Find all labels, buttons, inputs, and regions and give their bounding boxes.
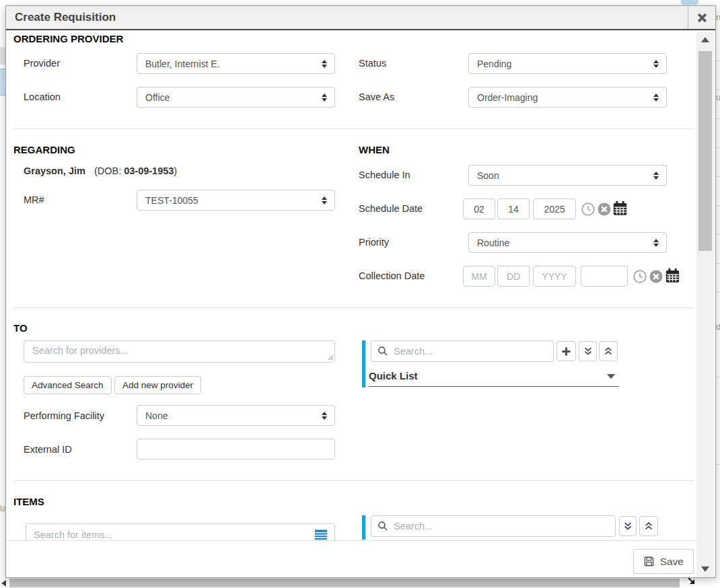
items-quicklist-search[interactable] <box>371 515 616 537</box>
items-collapse-all-button[interactable] <box>639 516 658 536</box>
background-text-fragment: la <box>0 503 5 513</box>
schedule-date-year-input[interactable] <box>533 198 576 219</box>
section-title-items: ITEMS <box>13 496 44 507</box>
performing-facility-select-value: None <box>145 410 168 421</box>
dialog-footer: Save <box>6 540 696 577</box>
select-updown-icon <box>653 172 659 180</box>
quick-list-underline <box>369 386 619 387</box>
performing-facility-select[interactable]: None <box>137 405 335 426</box>
resize-grip-icon[interactable] <box>327 354 334 361</box>
items-expand-all-button[interactable] <box>619 516 637 536</box>
select-updown-icon <box>653 60 659 68</box>
schedule-in-select-value: Soon <box>477 170 499 181</box>
schedule-date-day-input[interactable] <box>497 198 530 219</box>
provider-select[interactable]: Butler, Internist E. <box>137 53 335 74</box>
location-select-value: Office <box>145 92 170 103</box>
item-list-icon[interactable] <box>314 529 328 541</box>
scroll-up-arrow-icon[interactable] <box>701 37 709 42</box>
background-text-fragment: n <box>716 12 720 22</box>
advanced-search-button[interactable]: Advanced Search <box>24 376 112 394</box>
screen: la n ur d Create Requisition ORDERING <box>0 0 720 588</box>
external-id-label: External ID <box>24 444 72 455</box>
background-artifact <box>0 69 5 96</box>
provider-label: Provider <box>24 58 60 69</box>
provider-quicklist-search[interactable] <box>371 340 554 362</box>
search-icon <box>377 346 388 357</box>
schedule-date-calendar-icon[interactable] <box>612 200 628 217</box>
hscroll-thumb[interactable] <box>9 579 680 587</box>
provider-search-box <box>24 340 335 363</box>
dialog-body: ORDERING PROVIDER Provider Butler, Inter… <box>6 32 714 577</box>
dob-suffix: ) <box>174 166 177 176</box>
background-artifact <box>0 47 5 65</box>
background-row-line <box>716 292 720 293</box>
provider-select-value: Butler, Internist E. <box>145 59 220 69</box>
add-new-provider-button[interactable]: Add new provider <box>114 376 201 394</box>
collection-date-month-input[interactable] <box>463 266 495 287</box>
schedule-date-clear-icon[interactable] <box>597 202 612 217</box>
quick-list-header[interactable]: Quick List <box>369 370 619 382</box>
items-search-input[interactable] <box>32 529 310 541</box>
background-artifact <box>681 0 698 5</box>
select-updown-icon <box>653 94 659 102</box>
collection-date-calendar-icon[interactable] <box>664 267 681 284</box>
dialog-header: Create Requisition <box>6 6 715 30</box>
items-quicklist-search-input[interactable] <box>392 520 609 532</box>
background-row-line <box>716 176 720 177</box>
section-title-when: WHEN <box>359 144 390 155</box>
save-button[interactable]: Save <box>633 549 694 574</box>
add-quicklist-entry-button[interactable] <box>556 341 576 361</box>
create-requisition-dialog: Create Requisition ORDERING PROVIDER Pro… <box>5 5 716 578</box>
double-chevron-up-icon <box>644 521 653 531</box>
dob-value: 03-09-1953 <box>124 166 174 176</box>
provider-quicklist-search-input[interactable] <box>392 345 547 357</box>
vscroll-thumb[interactable] <box>698 51 712 251</box>
collection-date-year-input[interactable] <box>533 266 576 287</box>
status-label: Status <box>359 58 386 69</box>
background-text-fragment: d <box>716 322 720 332</box>
external-id-input[interactable] <box>137 439 335 460</box>
collection-time-input[interactable] <box>581 266 628 287</box>
plus-icon <box>561 346 571 357</box>
section-title-ordering-provider: ORDERING PROVIDER <box>13 33 123 44</box>
dialog-title: Create Requisition <box>15 6 116 29</box>
priority-select[interactable]: Routine <box>468 232 667 253</box>
section-divider <box>13 307 694 308</box>
collection-time-clock-icon[interactable] <box>633 269 647 284</box>
background-text-fragment: ur <box>716 92 720 102</box>
patient-line: Grayson, Jim (DOB: 03-09-1953) <box>24 166 177 176</box>
location-select[interactable]: Office <box>137 87 335 108</box>
schedule-in-select[interactable]: Soon <box>468 165 667 186</box>
background-row-line <box>716 377 720 377</box>
quick-list-label: Quick List <box>369 370 418 381</box>
close-icon <box>697 13 707 23</box>
collection-date-label: Collection Date <box>359 270 425 281</box>
schedule-date-month-input[interactable] <box>463 198 495 219</box>
mr-select[interactable]: TEST-10055 <box>137 190 335 211</box>
double-chevron-down-icon <box>623 521 633 531</box>
items-search-box[interactable] <box>26 523 335 540</box>
save-floppy-icon <box>643 556 655 567</box>
hscroll-left-arrow-icon[interactable] <box>1 580 6 587</box>
schedule-time-clock-icon[interactable] <box>581 202 596 217</box>
provider-search-input[interactable] <box>24 340 335 363</box>
double-chevron-down-icon <box>583 346 593 356</box>
search-icon <box>377 521 388 531</box>
background-row-line <box>716 234 720 235</box>
schedule-date-label: Schedule Date <box>359 203 423 214</box>
status-select[interactable]: Pending <box>468 53 667 74</box>
collapse-all-button[interactable] <box>599 341 618 361</box>
caret-down-icon <box>607 374 615 379</box>
location-label: Location <box>24 91 61 102</box>
close-button[interactable] <box>688 6 715 29</box>
background-row-line <box>716 205 720 206</box>
save-as-select-value: Order-Imaging <box>477 92 538 103</box>
collection-date-clear-icon[interactable] <box>649 269 663 284</box>
collection-date-day-input[interactable] <box>497 266 530 287</box>
patient-name: Grayson, Jim <box>24 166 85 176</box>
save-as-select[interactable]: Order-Imaging <box>468 87 667 108</box>
priority-select-value: Routine <box>477 237 509 248</box>
dialog-vertical-scrollbar[interactable] <box>696 32 714 577</box>
expand-all-button[interactable] <box>579 341 597 361</box>
scroll-down-arrow-icon[interactable] <box>701 566 709 572</box>
